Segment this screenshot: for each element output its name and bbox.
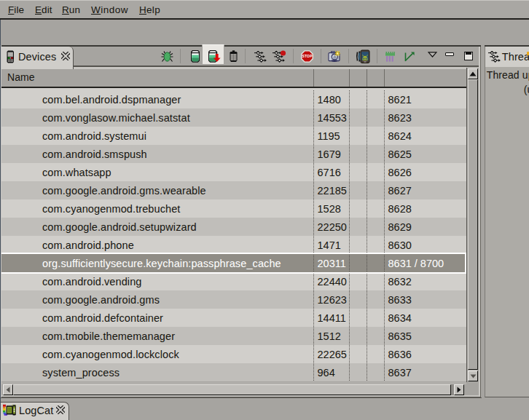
svg-text:STOP: STOP <box>302 54 313 58</box>
